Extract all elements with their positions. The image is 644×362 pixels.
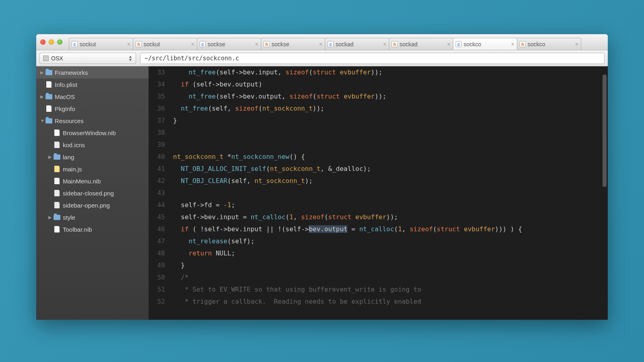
tab-close-icon[interactable]: × — [319, 41, 322, 47]
tab-close-icon[interactable]: × — [383, 41, 386, 47]
sidebar-item-lang[interactable]: ▶lang — [36, 151, 149, 163]
tab-label: sockse — [208, 41, 254, 47]
disclosure-arrow-icon: ▶ — [40, 94, 45, 99]
sidebar-item-sidebar-closed-png[interactable]: sidebar-closed.png — [36, 187, 149, 199]
sidebar-item-style[interactable]: ▶style — [36, 211, 149, 223]
sidebar-item-info-plist[interactable]: Info.plist — [36, 78, 149, 90]
file-icon — [45, 81, 52, 88]
code-content[interactable]: nt_free(self->bev.input, sizeof(struct e… — [169, 66, 608, 320]
folder-icon — [45, 117, 52, 124]
tab-close-icon[interactable]: × — [447, 41, 450, 47]
sidebar-item-main-js[interactable]: main.js — [36, 163, 149, 175]
file-h-icon: h — [520, 41, 526, 47]
code-editor[interactable]: 33 34 35 36 37 38 39 40 41 42 43 44 45 4… — [149, 66, 608, 320]
image-file-icon — [53, 202, 60, 208]
minimize-button[interactable] — [49, 39, 54, 45]
file-icon — [53, 178, 60, 184]
sidebar-item-browserwindow-nib[interactable]: BrowserWindow.nib — [36, 127, 149, 139]
sidebar-item-label: sidebar-open.png — [63, 202, 110, 209]
file-c-icon: c — [72, 41, 78, 47]
sidebar-item-label: kod.icns — [63, 142, 85, 148]
file-c-icon: c — [456, 41, 462, 47]
tab-sockse[interactable]: hsockse× — [261, 38, 325, 50]
sidebar-item-resources[interactable]: ▼Resources — [36, 115, 149, 127]
path-text: ~/src/libnt/src/sockconn.c — [144, 55, 239, 62]
content-area: ▶FrameworksInfo.plist▶MacOSPkgInfo▼Resou… — [36, 66, 608, 320]
sidebar-item-label: MainMenu.nib — [63, 178, 101, 185]
sidebar-item-label: MacOS — [55, 93, 75, 100]
image-file-icon — [53, 190, 60, 196]
project-dropdown[interactable]: OSX ▲▼ — [39, 53, 136, 64]
path-input[interactable]: ~/src/libnt/src/sockconn.c — [140, 53, 605, 64]
sidebar-item-label: Toolbar.nib — [63, 226, 92, 233]
traffic-lights — [40, 39, 62, 45]
tab-close-icon[interactable]: × — [127, 41, 130, 47]
sidebar-item-label: main.js — [63, 166, 82, 173]
file-icon — [53, 226, 60, 232]
tab-sockut[interactable]: hsockut× — [133, 38, 197, 50]
line-gutter: 33 34 35 36 37 38 39 40 41 42 43 44 45 4… — [149, 66, 169, 320]
tab-close-icon[interactable]: × — [575, 41, 578, 47]
tab-close-icon[interactable]: × — [511, 41, 514, 47]
dropdown-arrows-icon: ▲▼ — [128, 55, 132, 62]
file-c-icon: c — [328, 41, 334, 47]
sidebar-item-frameworks[interactable]: ▶Frameworks — [36, 66, 149, 78]
tab-label: sockut — [144, 41, 190, 47]
tab-close-icon[interactable]: × — [191, 41, 194, 47]
tab-sockco[interactable]: hsockco× — [517, 38, 581, 50]
folder-icon — [45, 93, 52, 100]
tab-sockad[interactable]: csockad× — [325, 38, 389, 50]
folder-icon — [45, 69, 52, 76]
sidebar-item-label: Frameworks — [55, 69, 88, 76]
file-h-icon: h — [264, 41, 270, 47]
toolbar: OSX ▲▼ ~/src/libnt/src/sockconn.c — [36, 50, 608, 66]
disclosure-arrow-icon: ▶ — [48, 154, 53, 160]
tab-sockad[interactable]: hsockad× — [389, 38, 453, 50]
tab-sockse[interactable]: csockse× — [197, 38, 261, 50]
tab-close-icon[interactable]: × — [255, 41, 258, 47]
sidebar-item-macos[interactable]: ▶MacOS — [36, 90, 149, 103]
file-sidebar: ▶FrameworksInfo.plist▶MacOSPkgInfo▼Resou… — [36, 66, 149, 320]
tab-label: sockco — [464, 41, 510, 47]
tab-bar: csockut×hsockut×csockse×hsockse×csockad×… — [69, 34, 604, 50]
sidebar-item-label: lang — [63, 154, 74, 160]
folder-icon — [53, 154, 60, 160]
file-icon — [53, 130, 60, 136]
sidebar-item-kod-icns[interactable]: kod.icns — [36, 139, 149, 151]
titlebar: csockut×hsockut×csockse×hsockse×csockad×… — [36, 34, 608, 50]
disclosure-arrow-icon: ▶ — [40, 70, 45, 75]
sidebar-item-label: Info.plist — [55, 81, 77, 88]
close-button[interactable] — [40, 39, 45, 45]
sidebar-item-toolbar-nib[interactable]: Toolbar.nib — [36, 223, 149, 235]
sidebar-item-label: BrowserWindow.nib — [63, 130, 116, 136]
sidebar-item-label: Resources — [55, 117, 84, 124]
sidebar-item-label: PkgInfo — [55, 105, 75, 112]
scrollbar-thumb[interactable] — [603, 74, 607, 187]
tab-label: sockut — [80, 41, 126, 47]
sidebar-item-label: style — [63, 214, 75, 221]
image-file-icon — [53, 142, 60, 148]
file-h-icon: h — [392, 41, 398, 47]
dropdown-label: OSX — [51, 55, 63, 62]
file-icon — [45, 105, 52, 112]
tab-label: sockad — [400, 41, 446, 47]
tab-sockco[interactable]: csockco× — [453, 38, 517, 50]
tab-label: sockad — [336, 41, 382, 47]
js-file-icon — [53, 166, 60, 172]
folder-icon — [53, 214, 60, 220]
file-h-icon: h — [136, 41, 142, 47]
sidebar-item-pkginfo[interactable]: PkgInfo — [36, 103, 149, 115]
drive-icon — [43, 56, 49, 61]
tab-sockut[interactable]: csockut× — [69, 38, 133, 50]
sidebar-item-label: sidebar-closed.png — [63, 190, 114, 197]
file-c-icon: c — [200, 41, 206, 47]
app-window: csockut×hsockut×csockse×hsockse×csockad×… — [36, 34, 608, 320]
tab-label: sockse — [272, 41, 318, 47]
disclosure-arrow-icon: ▼ — [40, 118, 45, 123]
maximize-button[interactable] — [57, 39, 62, 45]
tab-label: sockco — [528, 41, 574, 47]
sidebar-item-mainmenu-nib[interactable]: MainMenu.nib — [36, 175, 149, 187]
disclosure-arrow-icon: ▶ — [48, 215, 53, 220]
sidebar-item-sidebar-open-png[interactable]: sidebar-open.png — [36, 199, 149, 211]
